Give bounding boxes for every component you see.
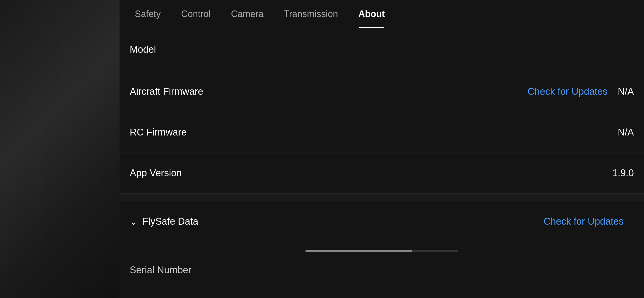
tab-camera[interactable]: Camera bbox=[221, 0, 274, 28]
section-spacer bbox=[120, 194, 644, 201]
flysafe-chevron-icon[interactable]: ⌄ bbox=[130, 216, 137, 227]
serial-number-row: Serial Number bbox=[120, 255, 644, 285]
content-area: Model Aircraft Firmware Check for Update… bbox=[120, 28, 644, 298]
rc-firmware-label: RC Firmware bbox=[130, 127, 618, 138]
tab-transmission[interactable]: Transmission bbox=[274, 0, 348, 28]
tab-about[interactable]: About bbox=[348, 0, 395, 28]
scrollbar-area bbox=[120, 242, 644, 255]
app-version-value: 1.9.0 bbox=[612, 168, 634, 179]
aircraft-firmware-check-updates-button[interactable]: Check for Updates bbox=[528, 85, 608, 98]
scrollbar-thumb[interactable] bbox=[305, 250, 412, 252]
flysafe-data-row: ⌄ FlySafe Data Check for Updates bbox=[120, 201, 644, 242]
tab-bar: Safety Control Camera Transmission About bbox=[120, 0, 644, 28]
rc-firmware-row: RC Firmware N/A bbox=[120, 112, 644, 153]
aircraft-firmware-value: N/A bbox=[618, 86, 634, 97]
main-content: Safety Control Camera Transmission About… bbox=[120, 0, 644, 298]
model-row: Model bbox=[120, 28, 644, 71]
serial-number-label: Serial Number bbox=[130, 265, 634, 276]
left-panel bbox=[0, 0, 120, 298]
scrollbar-track[interactable] bbox=[305, 250, 458, 252]
app-version-label: App Version bbox=[130, 168, 612, 179]
aircraft-firmware-row: Aircraft Firmware Check for Updates N/A bbox=[120, 71, 644, 112]
app-version-row: App Version 1.9.0 bbox=[120, 153, 644, 194]
flysafe-data-label: FlySafe Data bbox=[142, 216, 544, 227]
model-label: Model bbox=[130, 44, 634, 55]
aircraft-firmware-label: Aircraft Firmware bbox=[130, 86, 528, 97]
tab-safety[interactable]: Safety bbox=[125, 0, 171, 28]
flysafe-check-updates-button[interactable]: Check for Updates bbox=[544, 215, 624, 228]
tab-control[interactable]: Control bbox=[171, 0, 221, 28]
rc-firmware-value: N/A bbox=[618, 127, 634, 138]
